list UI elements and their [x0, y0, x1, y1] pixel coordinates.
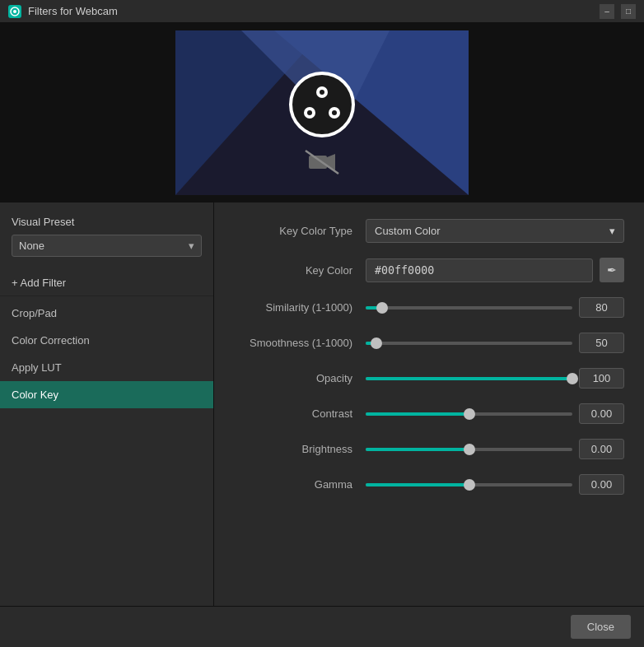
sidebar-item-color-correction[interactable]: Color Correction	[0, 327, 213, 354]
gamma-slider-container	[366, 477, 572, 493]
contrast-value[interactable]: 0.00	[579, 403, 624, 424]
brightness-row: Brightness 0.00	[234, 439, 624, 459]
add-filter-label: + Add Filter	[12, 277, 66, 289]
contrast-slider-container	[366, 406, 572, 422]
svg-point-11	[320, 90, 324, 95]
brightness-value[interactable]: 0.00	[579, 439, 624, 459]
similarity-label: Similarity (1-1000)	[234, 301, 366, 314]
minimize-button[interactable]: –	[600, 4, 614, 19]
sidebar-item-color-key[interactable]: Color Key	[0, 381, 213, 408]
key-color-type-row: Key Color Type Custom Color ▾	[234, 219, 624, 243]
opacity-label: Opacity	[234, 372, 366, 384]
opacity-track	[366, 377, 572, 380]
visual-preset-value: None	[19, 240, 44, 252]
brightness-thumb	[464, 444, 475, 455]
filter-color-key-label: Color Key	[12, 389, 58, 401]
eyedropper-button[interactable]: ✒	[600, 258, 624, 282]
bottom-bar: Close	[0, 606, 644, 647]
similarity-row: Similarity (1-1000) 80	[234, 297, 624, 318]
titlebar: Filters for Webcam – □	[0, 0, 644, 23]
smoothness-track	[366, 342, 572, 345]
settings-panel: Key Color Type Custom Color ▾ Key Color …	[214, 202, 644, 606]
contrast-row: Contrast 0.00	[234, 403, 624, 424]
opacity-row: Opacity 100	[234, 368, 624, 389]
key-color-row: Key Color ✒	[234, 258, 624, 282]
similarity-track	[366, 306, 572, 310]
filter-crop-pad-label: Crop/Pad	[12, 307, 57, 319]
key-color-control: ✒	[366, 258, 624, 282]
key-color-label: Key Color	[234, 264, 366, 277]
window-title: Filters for Webcam	[28, 5, 118, 17]
contrast-track	[366, 412, 572, 416]
brightness-label: Brightness	[234, 443, 366, 455]
gamma-label: Gamma	[234, 478, 366, 491]
brightness-slider-container	[366, 441, 572, 458]
contrast-thumb	[464, 408, 475, 420]
similarity-slider-container	[366, 300, 572, 316]
opacity-fill	[366, 377, 572, 380]
smoothness-row: Smoothness (1-1000) 50	[234, 333, 624, 353]
key-color-type-dropdown[interactable]: Custom Color ▾	[366, 219, 624, 243]
contrast-label: Contrast	[234, 407, 366, 420]
visual-preset-label: Visual Preset	[0, 216, 213, 228]
key-color-type-label: Key Color Type	[234, 225, 366, 237]
gamma-row: Gamma 0.00	[234, 474, 624, 495]
brightness-track	[366, 448, 572, 451]
sidebar: Visual Preset None ▾ + Add Filter Crop/P…	[0, 202, 214, 606]
smoothness-value[interactable]: 50	[579, 333, 624, 353]
opacity-thumb	[567, 373, 578, 384]
brightness-fill	[366, 448, 469, 451]
similarity-value[interactable]: 80	[579, 297, 624, 318]
contrast-control: 0.00	[366, 403, 624, 424]
gamma-thumb	[464, 479, 475, 491]
gamma-track	[366, 483, 572, 486]
chevron-down-icon: ▾	[609, 225, 615, 237]
close-button[interactable]: Close	[571, 615, 631, 639]
svg-point-12	[307, 110, 312, 115]
smoothness-control: 50	[366, 333, 624, 353]
add-filter-button[interactable]: + Add Filter	[0, 270, 213, 296]
opacity-slider-container	[366, 370, 572, 387]
contrast-fill	[366, 412, 469, 416]
gamma-fill	[366, 483, 469, 486]
smoothness-slider-container	[366, 335, 572, 351]
window-controls: – □	[600, 4, 636, 19]
gamma-control: 0.00	[366, 474, 624, 495]
preview-canvas	[175, 30, 469, 195]
titlebar-left: Filters for Webcam	[8, 5, 118, 18]
svg-point-1	[13, 10, 16, 13]
sidebar-item-crop-pad[interactable]: Crop/Pad	[0, 300, 213, 327]
main-content: Visual Preset None ▾ + Add Filter Crop/P…	[0, 202, 644, 606]
opacity-value[interactable]: 100	[579, 368, 624, 389]
opacity-control: 100	[366, 368, 624, 389]
filter-color-correction-label: Color Correction	[12, 334, 90, 347]
similarity-thumb	[376, 302, 388, 314]
visual-preset-dropdown[interactable]: None ▾	[12, 235, 202, 257]
key-color-input[interactable]	[366, 258, 593, 282]
sidebar-item-apply-lut[interactable]: Apply LUT	[0, 354, 213, 381]
app-icon	[8, 5, 21, 18]
gamma-value[interactable]: 0.00	[579, 474, 624, 495]
preview-area	[0, 23, 644, 202]
maximize-button[interactable]: □	[621, 4, 636, 19]
eyedropper-icon: ✒	[607, 263, 617, 277]
filter-apply-lut-label: Apply LUT	[12, 361, 62, 374]
similarity-control: 80	[366, 297, 624, 318]
chevron-down-icon: ▾	[189, 240, 194, 252]
brightness-control: 0.00	[366, 439, 624, 459]
smoothness-label: Smoothness (1-1000)	[234, 337, 366, 349]
key-color-type-control: Custom Color ▾	[366, 219, 624, 243]
svg-rect-14	[309, 156, 327, 169]
key-color-type-value: Custom Color	[375, 225, 440, 237]
smoothness-thumb	[371, 337, 382, 349]
svg-point-13	[332, 110, 337, 115]
